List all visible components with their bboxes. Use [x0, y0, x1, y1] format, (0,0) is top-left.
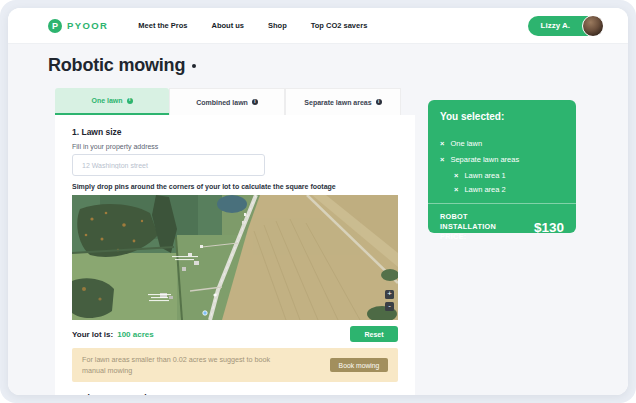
lawn-size-card: 1. Lawn size Fill in your property addre…	[55, 115, 415, 395]
small-lawn-warning: For lawn areas smaller than 0.02 acres w…	[72, 348, 398, 382]
nav-item-about-us[interactable]: About us	[212, 21, 245, 30]
title-info-dot	[192, 64, 196, 68]
navbar: P PYOOR Meet the Pros About us Shop Top …	[8, 8, 628, 44]
remove-icon[interactable]: ×	[440, 156, 444, 164]
map-zoom-out-button[interactable]: -	[385, 302, 394, 311]
tab-one-lawn-label: One lawn	[91, 97, 122, 104]
selected-item-one-lawn: × One lawn	[440, 139, 564, 148]
satellite-map[interactable]: + -	[72, 195, 398, 320]
sidebar-divider	[428, 203, 576, 204]
selected-item-label: Lawn area 2	[464, 185, 505, 194]
page-title: Robotic mowing	[48, 55, 196, 76]
user-menu[interactable]: Lizzy A.	[528, 16, 598, 36]
selected-item-label: One lawn	[450, 139, 482, 148]
nav-item-top-co2-savers[interactable]: Top CO2 savers	[311, 21, 368, 30]
tab-combined-lawn-label: Combined lawn	[196, 99, 248, 106]
address-input[interactable]	[72, 154, 265, 176]
remove-icon[interactable]: ×	[454, 172, 458, 180]
brand-logo[interactable]: P PYOOR	[48, 19, 108, 33]
sidebar-heading: You selected:	[440, 111, 564, 122]
info-icon[interactable]: i	[252, 99, 258, 105]
brand-name: PYOOR	[67, 20, 108, 31]
remove-icon[interactable]: ×	[454, 186, 458, 194]
nav-menu: Meet the Pros About us Shop Top CO2 save…	[138, 21, 367, 30]
remove-icon[interactable]: ×	[440, 140, 444, 148]
logo-icon: P	[48, 19, 62, 33]
map-zoom-in-button[interactable]: +	[385, 290, 394, 299]
lot-result-row: Your lot is: 100 acres Reset	[72, 320, 398, 348]
app-window: P PYOOR Meet the Pros About us Shop Top …	[8, 8, 628, 395]
selected-item-label: Lawn area 1	[464, 171, 505, 180]
nav-item-meet-the-pros[interactable]: Meet the Pros	[138, 21, 187, 30]
tab-bar: One lawn i Combined lawn i Separate lawn…	[55, 88, 401, 115]
address-label: Fill in your property address	[72, 143, 398, 150]
selected-item-label: Separate lawn areas	[450, 155, 519, 164]
price-row: ROBOT INSTALLATION PRICE: $130	[440, 212, 564, 243]
page-background: P PYOOR Meet the Pros About us Shop Top …	[0, 0, 636, 403]
tab-combined-lawn[interactable]: Combined lawn i	[169, 88, 285, 115]
selection-summary-panel: You selected: × One lawn × Separate lawn…	[428, 100, 576, 233]
info-icon[interactable]: i	[376, 99, 382, 105]
tab-one-lawn[interactable]: One lawn i	[55, 88, 169, 115]
tab-separate-lawn-areas-label: Separate lawn areas	[304, 99, 371, 106]
reset-button[interactable]: Reset	[350, 326, 398, 342]
tab-separate-lawn-areas[interactable]: Separate lawn areas i	[285, 88, 401, 115]
user-avatar[interactable]	[582, 15, 604, 37]
map-pin-icon	[203, 311, 207, 315]
next-section-heading: 2. Choose your robot	[72, 393, 398, 395]
selected-item-separate-lawn-areas: × Separate lawn areas	[440, 155, 564, 164]
selected-item-lawn-area-2: × Lawn area 2	[454, 185, 564, 194]
lot-value: 100 acres	[117, 330, 153, 339]
price-value: $130	[534, 220, 564, 235]
book-mowing-button[interactable]: Book mowing	[330, 358, 388, 372]
info-icon[interactable]: i	[127, 98, 133, 104]
selected-item-lawn-area-1: × Lawn area 1	[454, 171, 564, 180]
section-heading: 1. Lawn size	[72, 127, 398, 137]
price-label: ROBOT INSTALLATION PRICE:	[440, 212, 524, 243]
satellite-imagery	[72, 195, 398, 320]
lot-label: Your lot is:	[72, 330, 113, 339]
nav-item-shop[interactable]: Shop	[268, 21, 287, 30]
page-title-text: Robotic mowing	[48, 55, 185, 75]
map-hint: Simply drop pins around the corners of y…	[72, 183, 398, 190]
warning-text: For lawn areas smaller than 0.02 acres w…	[82, 354, 272, 376]
